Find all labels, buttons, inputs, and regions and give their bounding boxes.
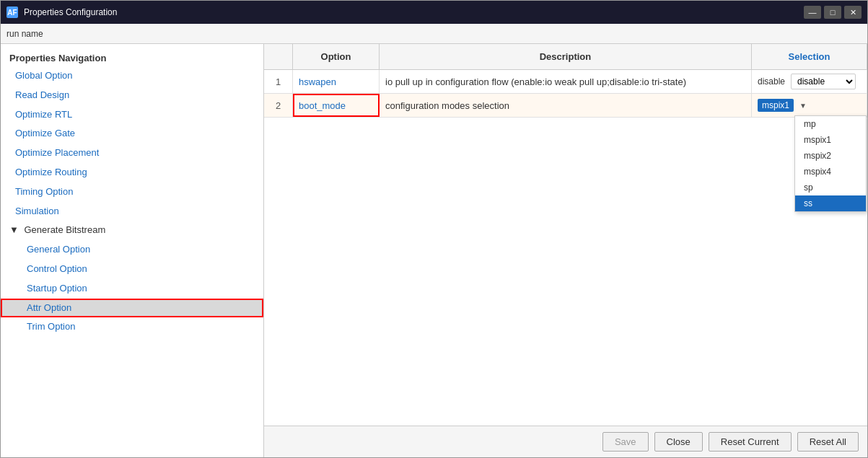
dropdown-item-mp[interactable]: mp bbox=[795, 116, 866, 132]
sidebar-item-label: Global Option bbox=[15, 70, 73, 81]
sidebar-item-label: Trim Option bbox=[27, 321, 75, 332]
sidebar: Properties Navigation Global Option Read… bbox=[1, 44, 264, 457]
row-description: io pull up in configuration flow (enable… bbox=[380, 70, 752, 93]
row-num: 1 bbox=[264, 70, 293, 93]
sidebar-item-control-option[interactable]: Control Option bbox=[1, 260, 263, 279]
row-selection-open: mspix1 ▼ mp mspix1 mspix bbox=[752, 94, 867, 117]
run-name-bar: run name bbox=[1, 24, 867, 44]
sidebar-item-startup-option[interactable]: Startup Option bbox=[1, 279, 263, 299]
row-description: configuration modes selection bbox=[380, 94, 752, 117]
right-panel: Option Description Selection 1 hswapen i… bbox=[264, 44, 867, 457]
col-header-num bbox=[264, 44, 293, 69]
app-icon: AF bbox=[6, 6, 18, 18]
sidebar-item-optimize-routing[interactable]: Optimize Routing bbox=[1, 163, 263, 182]
col-header-option: Option bbox=[293, 44, 380, 69]
close-button[interactable]: Close bbox=[654, 432, 703, 452]
sidebar-item-general-option[interactable]: General Option bbox=[1, 240, 263, 260]
minimize-button[interactable]: — bbox=[804, 6, 821, 19]
col-header-selection: Selection bbox=[752, 44, 867, 69]
reset-current-button[interactable]: Reset Current bbox=[709, 432, 792, 452]
sidebar-title: Properties Navigation bbox=[1, 50, 263, 66]
sidebar-item-optimize-rtl[interactable]: Optimize RTL bbox=[1, 105, 263, 125]
sidebar-item-generate-bitstream[interactable]: ▼ Generate Bitstream bbox=[1, 221, 263, 240]
row-option: boot_mode bbox=[293, 94, 380, 117]
selection-dropdown[interactable]: disable enable bbox=[791, 74, 856, 89]
sidebar-item-global-option[interactable]: Global Option bbox=[1, 66, 263, 86]
sidebar-item-label: Optimize RTL bbox=[15, 109, 72, 120]
run-name-label: run name bbox=[6, 29, 43, 39]
sidebar-item-label: Optimize Routing bbox=[15, 167, 87, 177]
window-controls: — □ ✕ bbox=[804, 6, 862, 19]
sidebar-item-label: Startup Option bbox=[27, 283, 87, 294]
sidebar-item-label: Control Option bbox=[27, 263, 87, 274]
dropdown-item-mspix2[interactable]: mspix2 bbox=[795, 148, 866, 164]
main-content: Properties Navigation Global Option Read… bbox=[1, 44, 867, 457]
dropdown-item-ss[interactable]: ss bbox=[795, 195, 866, 211]
main-window: AF Properties Configuration — □ ✕ run na… bbox=[0, 0, 868, 458]
footer-bar: Save Close Reset Current Reset All bbox=[264, 426, 867, 457]
dropdown-item-mspix4[interactable]: mspix4 bbox=[795, 164, 866, 180]
dropdown-item-mspix1[interactable]: mspix1 bbox=[795, 132, 866, 148]
sidebar-item-label: Optimize Gate bbox=[15, 128, 75, 138]
sidebar-item-simulation[interactable]: Simulation bbox=[1, 202, 263, 221]
row-option: hswapen bbox=[293, 70, 380, 93]
sidebar-item-trim-option[interactable]: Trim Option bbox=[1, 317, 263, 337]
table-header: Option Description Selection bbox=[264, 44, 867, 70]
dropdown-arrow-icon[interactable]: ▼ bbox=[799, 102, 807, 110]
save-button[interactable]: Save bbox=[602, 432, 649, 452]
dropdown-list: mp mspix1 mspix2 mspix4 bbox=[794, 115, 867, 212]
sidebar-item-label: Attr Option bbox=[27, 302, 71, 313]
col-header-description: Description bbox=[380, 44, 752, 69]
sidebar-section-label: Generate Bitstream bbox=[25, 224, 106, 235]
sidebar-item-timing-option[interactable]: Timing Option bbox=[1, 182, 263, 202]
table-row: 1 hswapen io pull up in configuration fl… bbox=[264, 70, 867, 94]
row-selection: disable disable enable bbox=[752, 70, 867, 93]
selection-container-open: mspix1 ▼ bbox=[758, 99, 807, 112]
sidebar-item-label: General Option bbox=[27, 244, 90, 255]
close-button[interactable]: ✕ bbox=[844, 6, 862, 19]
selection-value: disable bbox=[758, 76, 785, 87]
table-row: 2 boot_mode configuration modes selectio… bbox=[264, 94, 867, 118]
sidebar-item-label: Read Design bbox=[15, 89, 69, 100]
sidebar-item-read-design[interactable]: Read Design bbox=[1, 86, 263, 105]
expand-arrow-icon: ▼ bbox=[9, 224, 19, 235]
window-title: Properties Configuration bbox=[24, 7, 804, 17]
reset-all-button[interactable]: Reset All bbox=[797, 432, 859, 452]
table-body: 1 hswapen io pull up in configuration fl… bbox=[264, 70, 867, 426]
sidebar-item-label: Optimize Placement bbox=[15, 147, 99, 158]
dropdown-item-sp[interactable]: sp bbox=[795, 180, 866, 195]
selection-container: disable disable enable bbox=[758, 74, 856, 89]
selection-value-open: mspix1 bbox=[758, 99, 794, 112]
sidebar-item-attr-option[interactable]: Attr Option bbox=[1, 299, 263, 318]
maximize-button[interactable]: □ bbox=[824, 6, 841, 19]
row-num: 2 bbox=[264, 94, 293, 117]
sidebar-item-optimize-gate[interactable]: Optimize Gate bbox=[1, 124, 263, 144]
sidebar-item-label: Timing Option bbox=[15, 186, 73, 197]
title-bar: AF Properties Configuration — □ ✕ bbox=[1, 1, 867, 24]
sidebar-item-optimize-placement[interactable]: Optimize Placement bbox=[1, 144, 263, 163]
sidebar-item-label: Simulation bbox=[15, 206, 59, 216]
